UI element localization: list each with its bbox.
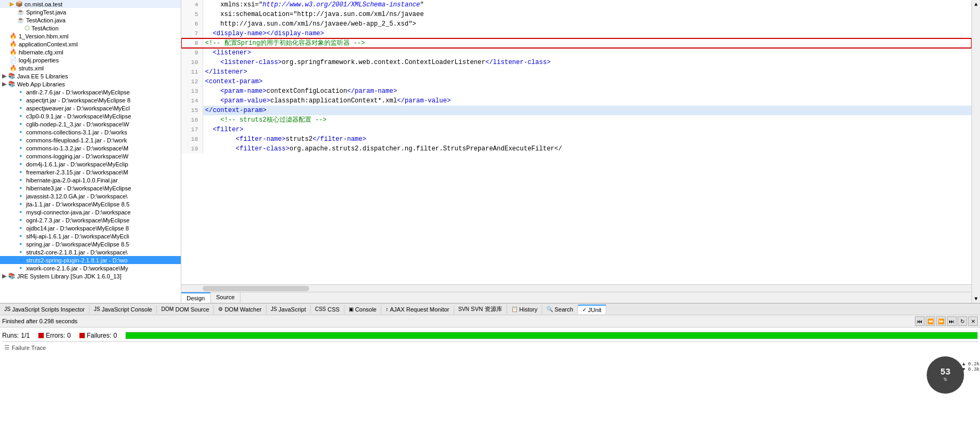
tab-design[interactable]: Design: [181, 292, 211, 303]
tree-item-slf4j-jar[interactable]: 🔹slf4j-api-1.6.1.jar - D:\workspace\MyEc…: [0, 232, 181, 240]
tree-item-label: Web App Libraries: [17, 81, 65, 87]
code-row-6[interactable]: 6 http://java.sun.com/xml/ns/javaee/web-…: [181, 19, 971, 29]
code-row-4[interactable]: 4 xmlns:xsi="http://www.w3.org/2001/XMLS…: [181, 0, 971, 10]
code-row-13[interactable]: 13 <param-name>contextConfigLocation</pa…: [181, 86, 971, 96]
tree-item-commons-io-jar[interactable]: 🔹commons-io-1.3.2.jar - D:\workspace\M: [0, 144, 181, 152]
tab-icon: ⚙: [218, 306, 223, 312]
code-row-5[interactable]: 5 xsi:schemaLocation="http://java.sun.co…: [181, 10, 971, 19]
tree-item-ojdbc14-jar[interactable]: 🔹ojdbc14.jar - D:\workspace\MyEclipse 8: [0, 224, 181, 232]
tree-item-log4j-properties[interactable]: 📄log4j.properties: [0, 56, 181, 64]
tree-item-jre-system[interactable]: ▶ 📚JRE System Library [Sun JDK 1.6.0_13]: [0, 272, 181, 280]
code-row-14[interactable]: 14 <param-value>classpath:applicationCon…: [181, 96, 971, 106]
code-row-12[interactable]: 12<context-param>: [181, 77, 971, 86]
code-row-9[interactable]: 9 <listener>: [181, 48, 971, 58]
jar-icon: 🔹: [17, 145, 25, 151]
tab-icon: SVN: [459, 306, 470, 312]
tree-item-javaee5-libs[interactable]: ▶ 📚Java EE 5 Libraries: [0, 72, 181, 80]
scroll-down-arrow[interactable]: ▼: [972, 294, 980, 303]
tree-item-label: antlr-2.7.6.jar - D:\workspace\MyEclipse: [26, 89, 130, 95]
toolbar-btn-1[interactable]: ⏮: [915, 316, 925, 326]
tree-item-hibernate-jpa-jar[interactable]: 🔹hibernate-jpa-2.0-api-1.0.0.Final.jar: [0, 176, 181, 184]
code-view[interactable]: 4 xmlns:xsi="http://www.w3.org/2001/XMLS…: [181, 0, 971, 284]
tree-item-struts2-spring-jar[interactable]: 🔹struts2-spring-plugin-2.1.8.1.jar - D:\…: [0, 256, 181, 264]
tab-label: SVN 资源库: [471, 305, 502, 313]
tree-item-label: Java EE 5 Libraries: [17, 73, 68, 79]
tree-item-jta-jar[interactable]: 🔹jta-1.1.jar - D:\workspace\MyEclipse 8.…: [0, 200, 181, 208]
tree-item-mysql-connector-jar[interactable]: 🔹mysql-connector-java.jar - D:\workspace: [0, 208, 181, 216]
bottom-tab-junit[interactable]: ✓JUnit: [578, 305, 606, 314]
code-row-15[interactable]: 15</context-param>: [181, 106, 971, 115]
code-row-7[interactable]: 7 <display-name></display-name>: [181, 29, 971, 38]
tree-item-c3p0-jar[interactable]: 🔹c3p0-0.9.1.jar - D:\workspace\MyEclipse: [0, 112, 181, 120]
bottom-tab-search[interactable]: 🔍Search: [542, 305, 578, 314]
tree-item-1_Version-hbm-xml[interactable]: 🔥1_Version.hbm.xml: [0, 32, 181, 40]
bottom-tab-history[interactable]: 📋History: [507, 305, 542, 314]
tree-item-commons-logging-jar[interactable]: 🔹commons-logging.jar - D:\workspace\W: [0, 152, 181, 160]
bottom-tab-console[interactable]: ▣Console: [344, 305, 381, 314]
code-row-11[interactable]: 11</listener>: [181, 67, 971, 77]
tree-item-commons-fileupload-jar[interactable]: 🔹commons-fileupload-1.2.1.jar - D:\work: [0, 136, 181, 144]
tree-item-label: aspectjrt.jar - D:\workspace\MyEclipse 8: [26, 97, 131, 103]
tree-item-label: SpringTest.java: [26, 9, 66, 15]
code-row-8[interactable]: 8<!-- 配置Spring的用于初始化容器对象的监听器 -->: [181, 38, 971, 48]
toolbar-btn-5[interactable]: ↻: [958, 316, 967, 326]
toolbar-btn-6[interactable]: ✕: [968, 316, 978, 326]
tree-item-dom4j-jar[interactable]: 🔹dom4j-1.6.1.jar - D:\workspace\MyEclip: [0, 160, 181, 168]
network-speeds: ▲ 0.2k/s ▼ 0.3k/s: [962, 362, 980, 372]
tree-item-label: commons-io-1.3.2.jar - D:\workspace\M: [26, 145, 128, 151]
tree-item-aspectjrt-jar[interactable]: 🔹aspectjrt.jar - D:\workspace\MyEclipse …: [0, 96, 181, 104]
tree-item-spring-jar[interactable]: 🔹spring.jar - D:\workspace\MyEclipse 8.5: [0, 240, 181, 248]
tree-item-struts-xml[interactable]: 🔥struts.xml: [0, 64, 181, 72]
tree-item-hibernate3-jar[interactable]: 🔹hibernate3.jar - D:\workspace\MyEclipse: [0, 184, 181, 192]
right-scrollbar[interactable]: ▲ ▼: [971, 0, 980, 303]
tab-source[interactable]: Source: [211, 292, 240, 303]
tree-item-antlr-jar[interactable]: 🔹antlr-2.7.6.jar - D:\workspace\MyEclips…: [0, 88, 181, 96]
bottom-tab-javascript[interactable]: JSJavaScript: [267, 305, 311, 314]
bottom-tab-dom-watcher[interactable]: ⚙DOM Watcher: [214, 305, 266, 314]
toolbar-btn-3[interactable]: ⏩: [936, 316, 946, 326]
jar-icon: 🔹: [17, 209, 25, 216]
bottom-tab-svn-资源库[interactable]: SVNSVN 资源库: [454, 304, 507, 314]
failures-stat: Failures: 0: [79, 332, 117, 339]
tree-item-TestAction[interactable]: ⬡TestAction: [0, 24, 181, 32]
horizontal-scrollbar[interactable]: [181, 284, 971, 292]
toolbar-btn-4[interactable]: ⏭: [947, 316, 957, 326]
jar-icon: 🔹: [17, 137, 25, 143]
line-number-8: 8: [181, 38, 203, 48]
tree-item-webapp-libs[interactable]: ▶ 📚Web App Libraries: [0, 80, 181, 88]
bottom-tab-dom-source[interactable]: DOMDOM Source: [157, 305, 214, 314]
tree-item-freemarker-jar[interactable]: 🔹freemarker-2.3.15.jar - D:\workspace\M: [0, 168, 181, 176]
tree-item-label: applicationContext.xml: [19, 41, 78, 47]
code-row-16[interactable]: 16 <!-- struts2核心过滤器配置 -->: [181, 115, 971, 125]
tree-item-javassist-jar[interactable]: 🔹javassist-3.12.0.GA.jar - D:\workspace\: [0, 192, 181, 200]
tree-item-struts2-core-jar[interactable]: 🔹struts2-core-2.1.8.1.jar - D:\workspace…: [0, 248, 181, 256]
tree-item-SpringTest-java[interactable]: ☕SpringTest.java: [0, 8, 181, 16]
code-row-10[interactable]: 10 <listener-class>org.springframework.w…: [181, 58, 971, 67]
tree-item-label: commons-logging.jar - D:\workspace\W: [26, 153, 128, 159]
tree-item-applicationContext-xml[interactable]: 🔥applicationContext.xml: [0, 40, 181, 48]
tree-item-aspectjweaver-jar[interactable]: 🔹aspectjweaver.jar - D:\workspace\MyEcl: [0, 104, 181, 112]
tree-item-cn-mist-oa-test[interactable]: ▶ 📦cn.mist.oa.test: [0, 0, 181, 8]
tree-item-cglib-nodep-jar[interactable]: 🔹cglib-nodep-2.1_3.jar - D:\workspace\W: [0, 120, 181, 128]
bottom-tab-javascript-scripts-inspector[interactable]: JSJavaScript Scripts Inspector: [0, 305, 90, 314]
line-content-11: </listener>: [203, 67, 971, 77]
line-number-11: 11: [181, 67, 203, 77]
code-row-17[interactable]: 17 <filter>: [181, 125, 971, 134]
bottom-toolbar: Finished after 0.298 seconds ⏮ ⏪ ⏩ ⏭ ↻ ✕: [0, 315, 980, 328]
tree-item-TestAction-java[interactable]: ☕TestAction.java: [0, 16, 181, 24]
bottom-tab-javascript-console[interactable]: JSJavaScript Console: [90, 305, 157, 314]
bottom-tab-ajax-request-monitor[interactable]: ↕AJAX Request Monitor: [381, 305, 454, 314]
tree-item-hibernate-cfg-xml[interactable]: 🔥hibernate.cfg.xml: [0, 48, 181, 56]
code-row-19[interactable]: 19 <filter-class>org.apache.struts2.disp…: [181, 144, 971, 154]
bottom-tab-css[interactable]: CSSCSS: [311, 305, 344, 314]
code-row-18[interactable]: 18 <filter-name>struts2</filter-name>: [181, 134, 971, 144]
toolbar-btn-2[interactable]: ⏪: [926, 316, 935, 326]
tree-item-commons-collections-jar[interactable]: 🔹commons-collections-3.1.jar - D:\works: [0, 128, 181, 136]
tab-icon: JS: [4, 306, 11, 312]
tree-item-label: cn.mist.oa.test: [25, 1, 62, 7]
tree-item-xwork-core-jar[interactable]: 🔹xwork-core-2.1.6.jar - D:\workspace\My: [0, 264, 181, 272]
line-content-16: <!-- struts2核心过滤器配置 -->: [203, 115, 971, 125]
tree-item-label: hibernate3.jar - D:\workspace\MyEclipse: [26, 185, 131, 191]
tree-item-ognl-jar[interactable]: 🔹ognl-2.7.3.jar - D:\workspace\MyEclipse: [0, 216, 181, 224]
scroll-up-arrow[interactable]: ▲: [972, 0, 980, 9]
